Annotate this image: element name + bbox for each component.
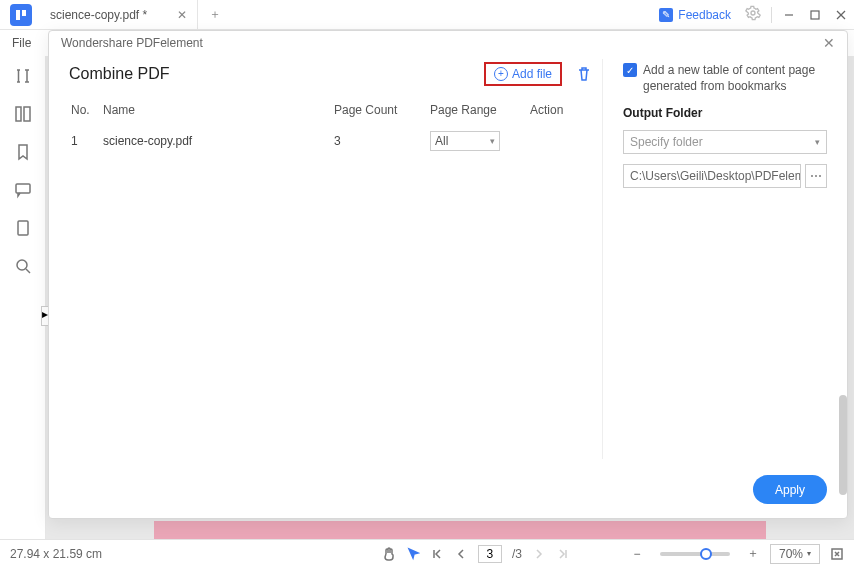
zoom-controls: − ＋ 70%▾ (630, 544, 844, 564)
new-tab-button[interactable]: ＋ (198, 0, 232, 29)
delete-all-button[interactable] (576, 66, 592, 82)
page-dimensions: 27.94 x 21.59 cm (10, 547, 102, 561)
table-header: No. Name Page Count Page Range Action (69, 99, 592, 121)
feedback-icon: ✎ (659, 8, 673, 22)
zoom-in-icon[interactable]: ＋ (746, 547, 760, 561)
add-file-button[interactable]: + Add file (484, 62, 562, 86)
prev-page-icon[interactable] (454, 547, 468, 561)
toc-checkbox-row[interactable]: ✓ Add a new table of content page genera… (623, 63, 827, 94)
svg-rect-4 (811, 11, 819, 19)
minimize-button[interactable] (776, 0, 802, 30)
col-page-range: Page Range (430, 103, 530, 117)
page-total: /3 (512, 547, 522, 561)
toc-checkbox[interactable]: ✓ (623, 63, 637, 77)
left-toolbar (0, 56, 46, 539)
row-no: 1 (71, 134, 103, 148)
row-name: science-copy.pdf (103, 134, 334, 148)
text-edit-icon[interactable] (13, 66, 33, 86)
combine-title: Combine PDF (69, 65, 169, 83)
apply-button[interactable]: Apply (753, 475, 827, 504)
select-tool-icon[interactable] (406, 547, 420, 561)
svg-rect-0 (16, 10, 20, 20)
svg-rect-13 (16, 184, 30, 193)
divider (771, 7, 772, 23)
browse-folder-button[interactable]: ⋯ (805, 164, 827, 188)
document-fragment (154, 521, 766, 539)
chevron-down-icon: ▾ (490, 136, 495, 146)
specify-folder-select[interactable]: Specify folder ▾ (623, 130, 827, 154)
close-button[interactable] (828, 0, 854, 30)
chevron-down-icon: ▾ (807, 549, 811, 558)
col-page-count: Page Count (334, 103, 430, 117)
comment-icon[interactable] (13, 180, 33, 200)
svg-rect-14 (18, 221, 28, 235)
svg-rect-1 (22, 10, 26, 16)
dialog-footer: Apply (49, 467, 847, 518)
col-no: No. (71, 103, 103, 117)
search-icon[interactable] (13, 256, 33, 276)
last-page-icon[interactable] (556, 547, 570, 561)
plus-circle-icon: + (494, 67, 508, 81)
attachment-icon[interactable] (13, 218, 33, 238)
page-input[interactable] (478, 545, 502, 563)
feedback-button[interactable]: ✎ Feedback (651, 8, 739, 22)
window-controls (776, 0, 854, 30)
output-folder-title: Output Folder (623, 106, 827, 120)
dialog-close-button[interactable]: ✕ (823, 35, 835, 51)
zoom-thumb[interactable] (700, 548, 712, 560)
maximize-button[interactable] (802, 0, 828, 30)
feedback-label: Feedback (678, 8, 731, 22)
zoom-dropdown[interactable]: 70%▾ (770, 544, 820, 564)
first-page-icon[interactable] (430, 547, 444, 561)
svg-point-15 (17, 260, 27, 270)
table-row[interactable]: 1 science-copy.pdf 3 All ▾ (69, 127, 592, 155)
page-nav: /3 (382, 545, 570, 563)
settings-button[interactable] (739, 5, 767, 24)
row-page-range: All ▾ (430, 131, 530, 151)
chevron-down-icon: ▾ (815, 137, 820, 147)
thumbnails-icon[interactable] (13, 104, 33, 124)
fit-page-icon[interactable] (830, 547, 844, 561)
output-path-field[interactable]: C:\Users\Geili\Desktop\PDFelement\Cc (623, 164, 801, 188)
row-page-count: 3 (334, 134, 430, 148)
combine-right-panel: ✓ Add a new table of content page genera… (623, 59, 827, 459)
document-tab[interactable]: science-copy.pdf * ✕ (40, 0, 198, 29)
tab-close-button[interactable]: ✕ (177, 8, 187, 22)
col-name: Name (103, 103, 334, 117)
bookmark-icon[interactable] (13, 142, 33, 162)
svg-rect-11 (16, 107, 21, 121)
scrollbar[interactable] (839, 395, 847, 495)
tab-title: science-copy.pdf * (50, 8, 147, 22)
file-table: No. Name Page Count Page Range Action 1 … (69, 99, 592, 155)
dialog-title: Wondershare PDFelement (61, 36, 203, 50)
combine-left-panel: Combine PDF + Add file No. Name Page Cou… (69, 59, 603, 459)
page-range-select[interactable]: All ▾ (430, 131, 500, 151)
zoom-out-icon[interactable]: − (630, 547, 644, 561)
next-page-icon[interactable] (532, 547, 546, 561)
statusbar: 27.94 x 21.59 cm /3 − ＋ 70%▾ (0, 539, 854, 567)
add-file-label: Add file (512, 67, 552, 81)
combine-pdf-dialog: Wondershare PDFelement ✕ Combine PDF + A… (48, 30, 848, 519)
col-action: Action (530, 103, 590, 117)
toc-checkbox-label: Add a new table of content page generate… (643, 63, 827, 94)
titlebar: science-copy.pdf * ✕ ＋ ✎ Feedback (0, 0, 854, 30)
menu-file[interactable]: File (12, 36, 31, 50)
dialog-header: Wondershare PDFelement ✕ (49, 31, 847, 55)
app-logo (10, 4, 32, 26)
hand-tool-icon[interactable] (382, 547, 396, 561)
svg-point-2 (751, 11, 755, 15)
svg-rect-12 (24, 107, 30, 121)
zoom-slider[interactable] (660, 552, 730, 556)
